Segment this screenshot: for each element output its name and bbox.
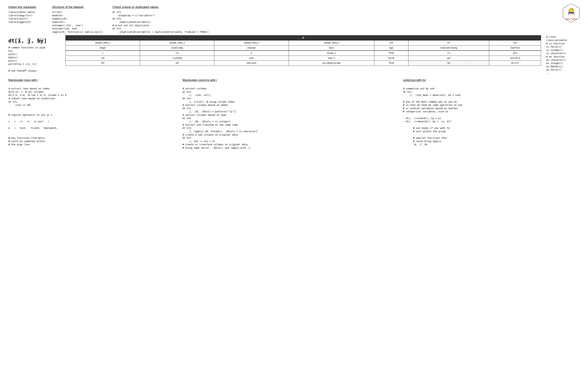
j-line-1b: .[, c(2:6)] # using column index <box>182 100 396 104</box>
class-functions: # class class(variable) # is function is… <box>546 35 580 75</box>
by-mid: # one of the most common way to use by #… <box>403 100 580 113</box>
common-pipe-comment: # common functions in pipe <box>8 46 60 49</box>
j-comment-2: # extract columns based on names <box>182 103 396 107</box>
by-keyby: # use keyby if you want to # sort within… <box>413 126 580 133</box>
table-title: dt <box>65 35 541 41</box>
i-logical-heading: # logical operators to use in i <box>8 113 176 117</box>
svg-line-4 <box>572 13 572 15</box>
svg-line-1 <box>568 13 569 15</box>
by-examples: - dt[, .(c=sum(b)), by = a] - dt[, .(c=m… <box>403 117 580 123</box>
j-tail: # create or transform columns on origina… <box>182 143 396 149</box>
by-line-1: dt %>% .[, .(vn2_mean = mean(vn2), by = … <box>403 90 580 97</box>
table-types: integer numeric (dbl) character factor l… <box>65 45 541 50</box>
svg-line-2 <box>574 13 574 15</box>
heading-cols-j: Manipulate columns with j <box>182 78 396 82</box>
data-table-logo: data.table <box>563 3 581 24</box>
i-comment-2: # subset rows based on conditions <box>8 97 176 100</box>
i-line-1: dt[5:17, ] # all columns <box>8 90 176 94</box>
table-row: -567 100 hello world any categorical dat… <box>65 61 541 66</box>
j-comment-3: # extract columns based on type <box>182 113 396 117</box>
i-comment-1: # extract rows based on index <box>8 87 176 90</box>
dt-syntax: dt[i, j, by] <box>8 37 60 44</box>
code-structure: str(dt) head(dt) summary(dt) names(dt) s… <box>52 11 106 34</box>
code-import: library(data.table) library(magrittr) li… <box>8 11 45 24</box>
ask-chatgpt: # ask ChatGPT always <box>8 69 60 73</box>
j-comment-4: # extract and transfom at the same time <box>182 123 396 127</box>
heading-by: subgroup with by <box>403 78 580 82</box>
i-ops-2: & | %in% %like% %between% <box>8 126 176 130</box>
svg-rect-0 <box>568 12 574 13</box>
i-ops-1: > < >= <= is.na() ! <box>8 120 176 123</box>
heading-rows-i: Manipulate rows with i <box>8 78 176 82</box>
j-line-1: dt %>% .[, .(vn5, vn7)] dt %>% <box>182 90 396 100</box>
table-row: 1 2.0 A female / 1 TRUE 2.0 2013 <box>65 50 541 56</box>
by-comment-1: # summarize vn2 by vn4 <box>403 87 580 90</box>
seal-on-table-icon <box>566 7 576 15</box>
j-line-3: dt %>% .[, .SD, .SDcols = is.integer] <box>182 117 396 123</box>
heading-import: Import key packages <box>8 5 45 9</box>
j-line-5: dt %>% .[, vn9 := vn2 + 2] <box>182 136 396 143</box>
table-colnames: variable_name_1 variable_name_2 variable… <box>65 41 541 46</box>
j-comment-5: # create a new columns on original data <box>182 133 396 137</box>
j-comment-1: # extract columns <box>182 87 396 90</box>
table-row: 100 -3.1415926 hello male / 2 FALSE "abc… <box>65 56 541 61</box>
example-table: dt variable_name_1 variable_name_2 varia… <box>65 35 541 66</box>
heading-unique: Check unique or duplicated values <box>112 5 580 9</box>
j-line-2: dt %>% .[, .SD, .SDcols = patterns("^q")… <box>182 107 396 113</box>
svg-point-5 <box>572 9 573 9</box>
svg-line-3 <box>570 13 570 15</box>
i-tail: # any functions from dplyr # could be co… <box>8 136 176 146</box>
logo-label: data.table <box>563 18 580 20</box>
j-line-4: dt %>% .[, lapply(.SD, tolower), .SDcols… <box>182 126 396 133</box>
i-line-3: dt %>% .[vn2 >= 20] <box>8 100 176 107</box>
i-line-2: dt[1:9, 2:4] # row 1 to 9, column 2 to 4 <box>8 94 176 97</box>
code-unique: dt %>% unique(by = c("variables") dt %>%… <box>112 11 580 34</box>
heading-structure: Structure of the dataset <box>52 5 106 9</box>
by-special: # special functions that # could bring m… <box>413 136 580 146</box>
common-pipe-code: %>% with() kable() plot() par(mfrow = c(… <box>8 49 60 66</box>
